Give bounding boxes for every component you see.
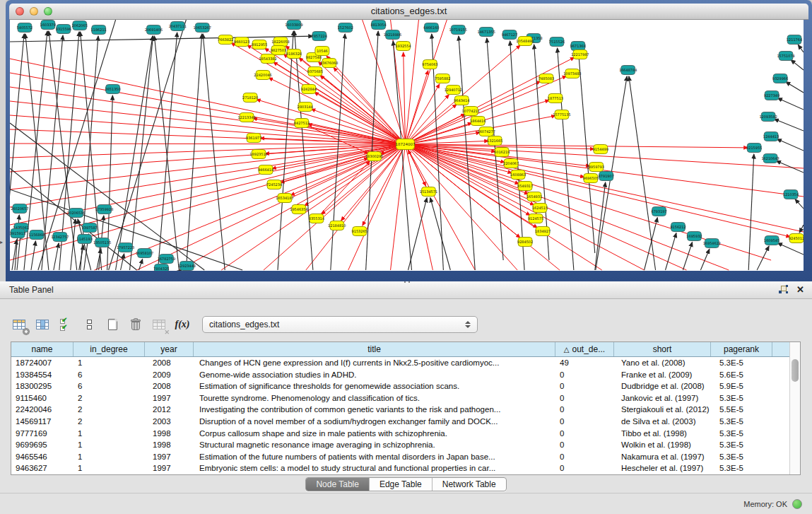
graph-node[interactable]: 10653267	[194, 23, 211, 33]
graph-node[interactable]: 8427512	[294, 119, 310, 128]
graph-node[interactable]: 20691406	[145, 25, 163, 35]
graph-node[interactable]: 9660123	[234, 37, 249, 47]
graph-node[interactable]: 1211764	[787, 35, 802, 45]
column-header-out_degree[interactable]: △out_de...	[555, 342, 614, 356]
graph-node[interactable]: 16648784	[619, 66, 637, 75]
graph-node[interactable]: 6793197	[651, 207, 666, 216]
graph-node[interactable]: 10973483	[563, 69, 581, 78]
graph-node[interactable]: 9696505	[583, 174, 599, 183]
close-window-button[interactable]	[16, 7, 24, 16]
select-all-columns-button[interactable]: ✔ ✔	[58, 317, 73, 332]
graph-node[interactable]: 12923448	[178, 262, 196, 271]
graph-node[interactable]: 6466160	[423, 23, 439, 33]
graph-node[interactable]: 16210643	[761, 154, 779, 163]
graph-node[interactable]: 1609545	[764, 236, 779, 245]
graph-node[interactable]: 9643414	[454, 96, 469, 105]
memory-ok-indicator-icon[interactable]	[792, 499, 802, 509]
graph-node[interactable]: 9242844	[301, 85, 317, 94]
table-vertical-scrollbar[interactable]	[789, 342, 800, 474]
graph-node[interactable]: 7663822	[218, 35, 233, 45]
show-columns-button[interactable]	[35, 317, 50, 332]
graph-node[interactable]: 9124575	[528, 214, 543, 223]
graph-node[interactable]: 8549317	[517, 182, 533, 191]
graph-node[interactable]: 16958107	[136, 249, 153, 258]
graph-node[interactable]: 1321665	[487, 136, 502, 146]
citation-network-graph[interactable]: 5405572160337993155962062065118621120691…	[10, 20, 804, 271]
float-panel-icon[interactable]	[779, 285, 789, 295]
zoom-window-button[interactable]	[44, 7, 52, 16]
graph-node[interactable]: 16534187	[276, 194, 293, 203]
graph-node[interactable]: 13505135	[93, 238, 111, 247]
graph-node[interactable]: 9245012	[789, 234, 804, 243]
graph-node[interactable]: 9284502	[517, 238, 533, 247]
graph-node[interactable]: 7515526	[549, 37, 565, 47]
table-row[interactable]: 1938455462009Genome-wide association stu…	[11, 369, 800, 381]
table-row[interactable]: 911546021997Tourette syndrome. Phenomeno…	[11, 392, 800, 404]
network-canvas[interactable]: 5405572160337993155962062065118621120691…	[10, 20, 804, 271]
graph-node[interactable]: 12093582	[759, 112, 777, 122]
graph-node[interactable]: 1932554	[395, 42, 411, 51]
graph-node[interactable]: 12184810	[328, 221, 346, 230]
graph-node[interactable]: 10774211	[462, 107, 480, 116]
graph-node[interactable]: 8813054	[371, 21, 387, 30]
graph-node[interactable]: 1244413	[763, 132, 779, 141]
graph-node[interactable]: 18543382	[259, 54, 276, 64]
graph-node[interactable]: 9375685	[307, 67, 323, 76]
minimize-window-button[interactable]	[30, 7, 38, 16]
graph-node[interactable]: 1654931	[526, 192, 542, 201]
table-row[interactable]: 2242004622012Investigating the contribut…	[11, 404, 800, 416]
column-header-title[interactable]: title	[194, 342, 555, 356]
graph-hub-node[interactable]: 18724007	[396, 139, 416, 150]
graph-node[interactable]: 9467127	[502, 30, 517, 40]
create-column-button[interactable]	[105, 317, 120, 332]
graph-node[interactable]: 17359928	[95, 205, 113, 214]
graph-node[interactable]: 15751074	[777, 52, 794, 61]
graph-node[interactable]: 3915913	[10, 229, 25, 238]
table-row[interactable]: 969969511998Structural magnetic resonanc…	[11, 439, 800, 451]
row-selection-mode-button[interactable]	[81, 317, 97, 332]
column-header-in_degree[interactable]: in_degree	[73, 342, 145, 356]
graph-node[interactable]: 15775135	[553, 110, 570, 119]
graph-node[interactable]: 9227349	[764, 91, 779, 100]
graph-node[interactable]: 12213349	[237, 113, 255, 122]
graph-node[interactable]: 19218986	[384, 30, 401, 40]
graph-node[interactable]: 1608863	[510, 170, 526, 180]
graph-node[interactable]: 18923510	[249, 150, 267, 159]
graph-node[interactable]: 1695932	[686, 232, 702, 241]
graph-node[interactable]: 8215955	[746, 144, 762, 153]
graph-node[interactable]: 1527602	[338, 23, 353, 33]
gutter-collapse-arrow-icon[interactable]: ▸	[0, 239, 3, 245]
network-window-titlebar[interactable]: citations_edges.txt	[9, 4, 808, 20]
graph-node[interactable]: 1603379	[40, 21, 56, 30]
graph-node[interactable]: 20206536	[67, 209, 85, 218]
column-header-name[interactable]: name	[11, 342, 73, 356]
table-row[interactable]: 977716911998Corpus callosum shape and si…	[11, 428, 800, 440]
graph-node[interactable]: 16782759	[158, 255, 175, 264]
graph-node[interactable]: 7245234	[266, 180, 282, 189]
graph-node[interactable]: 20437111	[169, 22, 187, 31]
graph-node[interactable]: 14671355	[478, 28, 495, 37]
graph-node[interactable]: 1864416	[470, 117, 486, 126]
graph-node[interactable]: 7485083	[539, 74, 554, 83]
graph-node[interactable]: 2718120	[242, 93, 258, 103]
column-header-pagerank[interactable]: pagerank	[711, 342, 772, 356]
table-row[interactable]: 946362711997Embryonic stem cells: a mode…	[11, 462, 800, 474]
column-header-year[interactable]: year	[145, 342, 194, 356]
graph-node[interactable]: 9156212	[670, 223, 686, 232]
splitter-handle[interactable]	[403, 281, 411, 284]
graph-node[interactable]: 9361977	[246, 134, 261, 143]
graph-node[interactable]: 9754063	[422, 60, 437, 69]
graph-node[interactable]: 2062065	[72, 21, 88, 30]
table-row[interactable]: 946554611997Estimation of the future num…	[11, 451, 800, 463]
graph-node[interactable]: 12940712	[445, 86, 462, 95]
graph-node[interactable]: 26020657	[11, 204, 28, 214]
graph-node[interactable]: 7595882	[435, 74, 450, 83]
graph-node[interactable]: 6016219	[494, 148, 510, 157]
graph-node[interactable]: 18300295	[365, 152, 383, 161]
graph-node[interactable]: 9315596	[56, 25, 71, 34]
graph-node[interactable]: 16074277	[478, 127, 495, 136]
graph-node[interactable]: 2651350	[105, 85, 121, 94]
graph-node[interactable]: 8355314	[309, 214, 324, 223]
graph-node[interactable]: 9466418	[258, 165, 273, 175]
table-row[interactable]: 1830029562008Estimation of significance …	[11, 380, 800, 392]
